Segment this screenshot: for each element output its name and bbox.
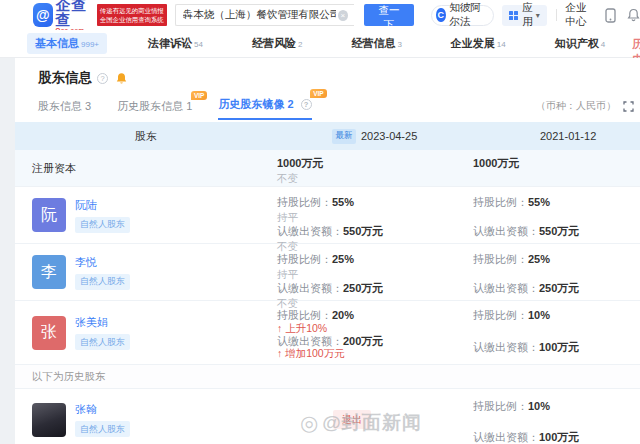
col-header-shareholder: 股东 [15,129,277,144]
tab-legal-litigation[interactable]: 法律诉讼 54 [140,33,211,54]
shareholder-identity: 李 李悦 自然人股东 [15,244,277,300]
shareholder-type-tag: 自然人股东 [75,274,130,290]
search-input[interactable] [175,4,354,26]
registered-capital-latest: 1000万元 不变 [277,150,473,186]
shareholder-name-link[interactable]: 张翰 [75,402,130,417]
search-bar: × 查一下 [175,4,415,26]
registered-capital-label: 注册资本 [15,150,277,186]
search-button[interactable]: 查一下 [364,4,414,26]
enterprise-center-link[interactable]: 企业中心 [565,1,594,29]
latest-values: 持股比例：25% 持平 认缴出资额：250万元 不变 [277,244,473,300]
watermark: ◎ @封面新闻 [300,410,422,436]
latest-values: 持股比例：55% 持平 认缴出资额：550万元 不变 [277,187,473,243]
brand-name: 企查查 [56,0,95,27]
fullscreen-expand-icon[interactable] [623,101,634,112]
prev-values: 持股比例：25% 认缴出资额：250万元 [473,244,640,300]
shareholder-identity: 阮 阮陆 自然人股东 [15,187,277,243]
subtab-shareholders[interactable]: 股东信息 3 [38,99,91,120]
tab-operation-risk[interactable]: 经营风险 2 [244,33,310,54]
prev-values: 持股比例：55% 认缴出资额：550万元 [473,187,640,243]
section-title: 股东信息 [38,69,92,87]
mobile-app-icon[interactable] [605,8,616,23]
shareholder-name-link[interactable]: 张美娟 [75,315,130,330]
apps-label: 应用 [522,1,533,29]
apps-menu[interactable]: 应用 ▾ [502,5,547,26]
page: @ 企查查 Qcc.com 传递有远见的商业情报 全国企业信用查询系统 × 查一… [0,0,640,444]
section-header: 股东信息 ? [15,58,640,87]
col-header-date-prev: 2021-01-12 [473,130,640,142]
watermark-text: @封面新闻 [322,410,422,436]
subtab-history-shareholders[interactable]: 历史股东信息 1 VIP [117,99,192,120]
table-tools: （币种：人民币） [536,99,634,113]
alpha-icon: C [436,8,445,22]
shareholder-subtabs: 股东信息 3 历史股东信息 1 VIP 历史股东镜像 2 VIP ? （币种：人… [15,87,640,120]
slogan-line1: 传递有远见的商业情报 [100,6,164,15]
alpha-label: 知彼阿尔法 [450,1,485,29]
avatar[interactable]: 李 [32,255,66,289]
zhibei-alpha-link[interactable]: C 知彼阿尔法 [431,5,494,26]
top-right-nav: C 知彼阿尔法 应用 ▾ 企业中心 [431,1,640,29]
monitor-bell-icon[interactable] [115,72,128,85]
subtab-history-mirror[interactable]: 历史股东镜像 2 VIP ? [218,97,311,120]
vip-badge: VIP [191,91,207,100]
tab-operation-info[interactable]: 经营信息 3 [343,33,409,54]
up-arrow-icon: ↑ [277,322,282,334]
shareholder-name-link[interactable]: 李悦 [75,255,130,270]
registered-capital-prev: 1000万元 [473,150,640,186]
brand-slogan-badge: 传递有远见的商业情报 全国企业信用查询系统 [97,4,167,27]
shareholder-photo-avatar[interactable] [32,403,66,437]
qcc-logo-icon[interactable]: @ [33,3,53,27]
history-shareholders-divider: 以下为历史股东 [15,365,640,389]
up-arrow-icon: ↑ [277,347,282,359]
latest-badge: 最新 [332,129,356,144]
shareholder-identity: 张 张美娟 自然人股东 [15,301,277,364]
avatar[interactable]: 张 [32,316,66,350]
qcc-brand[interactable]: 企查查 Qcc.com [56,0,95,33]
prev-values: 持股比例：10% 认缴出资额：100万元 [473,301,640,364]
col-header-date-latest: 最新 2023-04-25 [277,129,473,144]
shareholder-mirror-table: 股东 最新 2023-04-25 2021-01-12 注册资本 1000万元 … [15,122,640,444]
tab-company-development[interactable]: 企业发展 14 [443,33,514,54]
tab-intellectual-property[interactable]: 知识产权 4 [547,33,613,54]
company-tabs-bar: 基本信息 999+ 法律诉讼 54 经营风险 2 经营信息 3 企业发展 14 … [0,30,640,58]
latest-values: 持股比例：20% ↑ 上升10% 认缴出资额：200万元 ↑ 增加100万元 [277,301,473,364]
chevron-down-icon: ▾ [536,11,540,20]
clear-search-icon[interactable]: × [338,10,348,21]
slogan-line2: 全国企业信用查询系统 [100,15,164,24]
prev-values: 持股比例：10% 认缴出资额：100万元 [473,389,640,444]
top-bar: @ 企查查 Qcc.com 传递有远见的商业情报 全国企业信用查询系统 × 查一… [0,0,640,30]
avatar[interactable]: 阮 [32,198,66,232]
registered-capital-row: 注册资本 1000万元 不变 1000万元 [15,150,640,187]
shareholder-type-tag: 自然人股东 [75,217,130,233]
table-row: 张 张美娟 自然人股东 持股比例：20% ↑ 上升10% 认缴出资额：200万元… [15,301,640,365]
shareholder-type-tag: 自然人股东 [75,421,130,437]
currency-note: （币种：人民币） [536,99,616,113]
help-question-icon[interactable]: ? [97,73,108,84]
vip-badge: VIP [310,89,326,98]
table-header-row: 股东 最新 2023-04-25 2021-01-12 [15,122,640,150]
table-row: 阮 阮陆 自然人股东 持股比例：55% 持平 认缴出资额：550万元 不变 持股… [15,187,640,244]
apps-grid-icon [509,11,518,20]
shareholder-card: 股东信息 ? 股东信息 3 历史股东信息 1 VIP 历史股东镜像 2 VIP … [15,58,640,444]
table-row: 李 李悦 自然人股东 持股比例：25% 持平 认缴出资额：250万元 不变 持股… [15,244,640,301]
divider [556,9,557,21]
news-logo-icon: ◎ [300,411,319,435]
notifications-bell-icon[interactable] [627,8,640,22]
shareholder-name-link[interactable]: 阮陆 [75,198,130,213]
tab-basic-info[interactable]: 基本信息 999+ [27,33,107,54]
shareholder-type-tag: 自然人股东 [75,334,130,350]
help-question-icon[interactable]: ? [301,99,312,110]
shareholder-identity: 张翰 自然人股东 [15,389,277,444]
